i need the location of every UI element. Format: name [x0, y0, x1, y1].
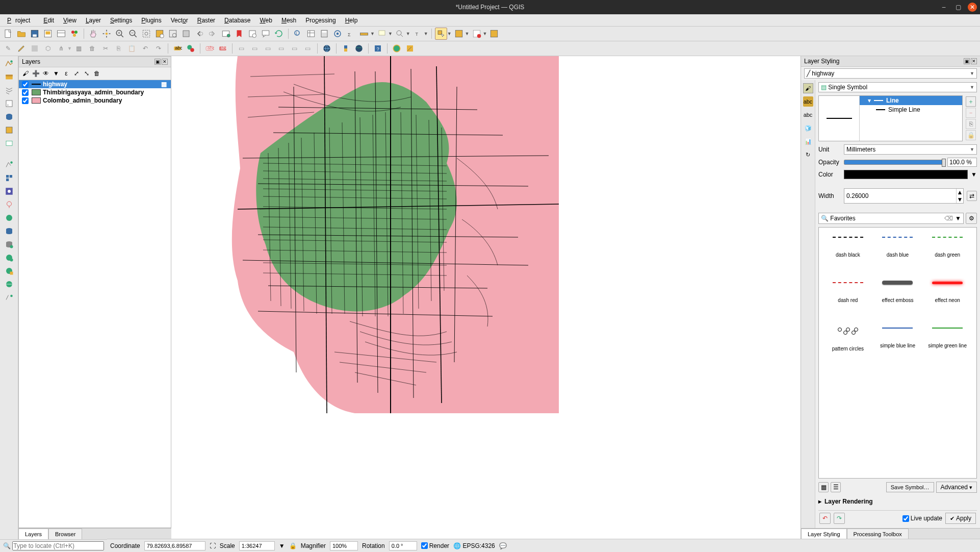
- favorites-grid[interactable]: dash blackdash bluedash greendash redeff…: [818, 227, 977, 479]
- favorite-simple-green-line[interactable]: simple green line: [923, 323, 971, 367]
- add-db1-icon[interactable]: [2, 225, 16, 237]
- processing-toolbox-icon[interactable]: [331, 28, 344, 40]
- add-symbol-layer-icon[interactable]: ＋: [966, 96, 976, 107]
- refresh-icon[interactable]: [273, 28, 285, 40]
- pan-icon[interactable]: [87, 28, 99, 40]
- locate-input[interactable]: [12, 541, 104, 550]
- zoom-in-icon[interactable]: [114, 28, 126, 40]
- new-annotation-icon[interactable]: [260, 28, 272, 40]
- menu-vector[interactable]: Vector: [167, 16, 192, 25]
- map-tips-drop[interactable]: ▼: [388, 31, 393, 36]
- label-toggle-icon[interactable]: abc: [217, 42, 229, 55]
- map-canvas[interactable]: [171, 56, 801, 539]
- new-shapefile-icon[interactable]: [2, 159, 16, 170]
- label-tool-2-icon[interactable]: ▭: [249, 42, 261, 55]
- annotation-text-icon[interactable]: T: [411, 28, 424, 40]
- menu-layer[interactable]: Layer: [82, 16, 105, 25]
- crs-button[interactable]: 🌐 EPSG:4326: [453, 542, 495, 549]
- new-geopackage-icon[interactable]: [2, 138, 16, 149]
- add-pc-icon[interactable]: [2, 292, 16, 303]
- select-by-value-icon[interactable]: [453, 28, 465, 40]
- label-tool-6-icon[interactable]: ▭: [302, 42, 314, 55]
- apply-button[interactable]: ✔ Apply: [945, 513, 976, 524]
- vertex-tool-icon[interactable]: ⋔: [55, 42, 67, 55]
- duplicate-symbol-layer-icon[interactable]: ⎘: [966, 119, 976, 129]
- grid-icon[interactable]: [2, 172, 16, 184]
- tab-layer-styling[interactable]: Layer Styling: [801, 529, 847, 539]
- show-zoom-icon[interactable]: [394, 28, 406, 40]
- favorite-dash-black[interactable]: dash black: [824, 233, 872, 276]
- current-edits-icon[interactable]: ✎: [2, 42, 14, 55]
- save-symbol-button[interactable]: Save Symbol…: [886, 482, 934, 492]
- unit-combo[interactable]: Millimeters▼: [844, 144, 977, 155]
- help-icon[interactable]: ?: [372, 42, 384, 55]
- favorite-dash-red[interactable]: dash red: [824, 278, 872, 321]
- deselect-drop[interactable]: ▼: [483, 31, 487, 36]
- history-tab-icon[interactable]: ↻: [803, 149, 813, 160]
- select-drop[interactable]: ▼: [447, 31, 452, 36]
- add-wms-icon[interactable]: [2, 212, 16, 223]
- label-tool-4-icon[interactable]: ▭: [275, 42, 288, 55]
- modify-attributes-icon[interactable]: ▦: [73, 42, 85, 55]
- pan-to-selection-icon[interactable]: [100, 28, 113, 40]
- layer-thimb-checkbox[interactable]: [22, 89, 29, 96]
- collapse-all-icon[interactable]: ⤡: [82, 69, 91, 78]
- open-project-icon[interactable]: [15, 28, 28, 40]
- measure-drop[interactable]: ▼: [370, 31, 375, 36]
- render-checkbox[interactable]: Render: [421, 542, 449, 549]
- style-manager-small-icon[interactable]: ⚙: [966, 213, 977, 224]
- scale-drop[interactable]: ▼: [279, 542, 285, 549]
- menu-help[interactable]: Help: [341, 16, 362, 25]
- menu-database[interactable]: Database: [220, 16, 254, 25]
- minimize-button[interactable]: –: [939, 3, 948, 12]
- show-zoom-drop[interactable]: ▼: [406, 31, 410, 36]
- label-diagram-icon[interactable]: [185, 42, 197, 55]
- menu-settings[interactable]: Settings: [106, 16, 136, 25]
- attribute-table-icon[interactable]: [305, 28, 317, 40]
- paste-features-icon[interactable]: 📋: [126, 42, 138, 55]
- layer-colombo[interactable]: Colombo_admin_boundary: [19, 96, 171, 105]
- georef-icon[interactable]: [2, 186, 16, 197]
- identify-icon[interactable]: i: [292, 28, 304, 40]
- toggle-editing-icon[interactable]: [15, 42, 28, 55]
- undo-style-icon[interactable]: ↶: [819, 513, 831, 524]
- add-wcs-icon[interactable]: [2, 265, 16, 277]
- layer-highway[interactable]: highway ▦: [19, 80, 171, 88]
- symbol-tree[interactable]: ▾ Line Simple Line: [860, 96, 962, 141]
- advanced-button[interactable]: Advanced ▾: [936, 482, 977, 493]
- color-drop[interactable]: ▼: [971, 171, 977, 178]
- menu-edit[interactable]: Edit: [39, 16, 58, 25]
- favorite-effect-emboss[interactable]: effect emboss: [874, 278, 922, 321]
- map-tips-icon[interactable]: [376, 28, 388, 40]
- zoom-next-icon[interactable]: [207, 28, 219, 40]
- redo-icon[interactable]: ↷: [152, 42, 165, 55]
- add-group-icon[interactable]: ➕: [31, 69, 40, 78]
- extents-icon[interactable]: ⛶: [210, 542, 216, 549]
- symbol-tree-simple-line[interactable]: Simple Line: [860, 105, 962, 114]
- delete-selected-icon[interactable]: 🗑: [86, 42, 98, 55]
- statistics-icon[interactable]: Σ: [345, 28, 357, 40]
- layout-manager-icon[interactable]: [55, 28, 67, 40]
- filter-icon[interactable]: ▼: [51, 69, 61, 78]
- messages-icon[interactable]: 💬: [499, 542, 507, 549]
- menu-processing[interactable]: Processing: [301, 16, 340, 25]
- tab-layers[interactable]: Layers: [18, 529, 48, 539]
- favorite-effect-neon[interactable]: effect neon: [923, 278, 971, 321]
- eye-icon[interactable]: 👁: [41, 69, 50, 78]
- clear-search-icon[interactable]: ⌫: [944, 215, 953, 222]
- opacity-slider[interactable]: [844, 160, 944, 165]
- metasearch-icon[interactable]: [321, 42, 333, 55]
- add-mesh-icon[interactable]: [2, 85, 16, 96]
- label-tool-5-icon[interactable]: ▭: [289, 42, 301, 55]
- gps-icon[interactable]: [2, 199, 16, 210]
- close-button[interactable]: ✕: [968, 3, 977, 12]
- layer-style-icon[interactable]: 🖌: [21, 69, 30, 78]
- label-tool-1-icon[interactable]: ▭: [236, 42, 248, 55]
- layer-colombo-checkbox[interactable]: [22, 97, 29, 104]
- layer-highway-checkbox[interactable]: [22, 81, 29, 88]
- undo-icon[interactable]: ↶: [139, 42, 151, 55]
- label-tool-3-icon[interactable]: ▭: [262, 42, 274, 55]
- label-toolbar-label-icon[interactable]: abc: [171, 42, 184, 55]
- label-highlight-icon[interactable]: abc: [203, 42, 216, 55]
- cut-features-icon[interactable]: ✂: [99, 42, 112, 55]
